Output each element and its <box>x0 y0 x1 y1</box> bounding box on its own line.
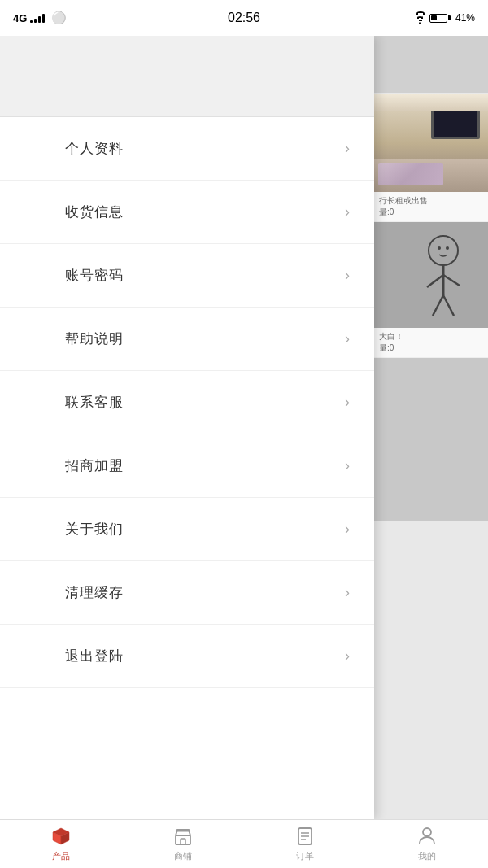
chevron-right-icon-profile: › <box>345 140 350 157</box>
battery-label: 41% <box>455 12 475 24</box>
tab-shop[interactable]: 商铺 <box>122 820 244 868</box>
menu-item-about-label: 关于我们 <box>65 520 124 539</box>
tab-shop-label: 商铺 <box>174 850 192 862</box>
right-text-1: 行长租或出售 量:0 <box>374 192 488 222</box>
menu-item-contact[interactable]: 联系客服 › <box>0 371 374 434</box>
tab-mine[interactable]: 我的 <box>366 820 488 868</box>
menu-item-password[interactable]: 账号密码 › <box>0 244 374 308</box>
tab-bar: 产品 商铺 订单 <box>0 819 488 868</box>
user-icon <box>416 826 438 847</box>
main-container: 行长租或出售 量:0 大白！ <box>0 36 488 819</box>
menu-item-shipping-label: 收货信息 <box>65 203 124 221</box>
svg-point-7 <box>438 246 441 250</box>
menu-item-help-label: 帮助说明 <box>65 329 124 348</box>
box-icon <box>50 826 72 847</box>
svg-rect-0 <box>374 222 488 328</box>
status-time: 02:56 <box>228 11 260 25</box>
status-bar: 4G ⚪ 02:56 41% <box>0 0 488 36</box>
signal-bars-icon <box>30 13 45 23</box>
tab-orders[interactable]: 订单 <box>244 820 366 868</box>
chevron-right-icon-contact: › <box>345 394 350 411</box>
menu-item-profile[interactable]: 个人资料 › <box>0 117 374 181</box>
chevron-right-icon-cache: › <box>345 584 350 601</box>
menu-item-cache-label: 清理缓存 <box>65 583 124 602</box>
tab-mine-label: 我的 <box>418 850 436 862</box>
menu-item-franchise-label: 招商加盟 <box>65 456 124 475</box>
baymax-photo-block <box>374 222 488 328</box>
menu-list: 个人资料 › 收货信息 › 账号密码 › 帮助说明 › 联系客服 › 招商加盟 <box>0 117 374 688</box>
menu-item-profile-label: 个人资料 <box>65 139 124 158</box>
tab-products[interactable]: 产品 <box>0 820 122 868</box>
chevron-right-icon-franchise: › <box>345 457 350 474</box>
battery-icon <box>429 14 451 23</box>
menu-item-contact-label: 联系客服 <box>65 393 124 412</box>
menu-item-help[interactable]: 帮助说明 › <box>0 308 374 371</box>
menu-item-logout-label: 退出登陆 <box>65 647 124 665</box>
menu-item-password-label: 账号密码 <box>65 266 124 285</box>
room-photo-block <box>374 94 488 192</box>
right-content-area: 行长租或出售 量:0 大白！ <box>374 36 488 819</box>
right-text-2: 大白！ 量:0 <box>374 328 488 358</box>
chevron-right-icon-about: › <box>345 521 350 538</box>
menu-item-shipping[interactable]: 收货信息 › <box>0 181 374 244</box>
menu-overlay: 个人资料 › 收货信息 › 账号密码 › 帮助说明 › 联系客服 › 招商加盟 <box>0 36 374 819</box>
wifi-icon <box>416 11 425 24</box>
menu-header <box>0 36 374 117</box>
tab-products-label: 产品 <box>52 850 70 862</box>
svg-point-19 <box>423 828 431 836</box>
chevron-right-icon-password: › <box>345 267 350 284</box>
menu-item-logout[interactable]: 退出登陆 › <box>0 625 374 688</box>
status-left: 4G ⚪ <box>13 11 67 25</box>
menu-item-about[interactable]: 关于我们 › <box>0 498 374 561</box>
status-right: 41% <box>416 11 475 24</box>
carrier-label: 4G <box>13 12 27 24</box>
bell-icon: ⚪ <box>51 11 67 25</box>
chevron-right-icon-help: › <box>345 330 350 347</box>
menu-item-franchise[interactable]: 招商加盟 › <box>0 434 374 498</box>
chevron-right-icon-shipping: › <box>345 203 350 220</box>
menu-item-cache[interactable]: 清理缓存 › <box>0 561 374 625</box>
svg-rect-13 <box>181 839 185 844</box>
orders-icon <box>294 826 316 847</box>
svg-rect-12 <box>176 835 190 844</box>
tab-orders-label: 订单 <box>296 850 314 862</box>
chevron-right-icon-logout: › <box>345 648 350 665</box>
shop-icon <box>172 826 194 847</box>
svg-point-8 <box>446 246 449 250</box>
